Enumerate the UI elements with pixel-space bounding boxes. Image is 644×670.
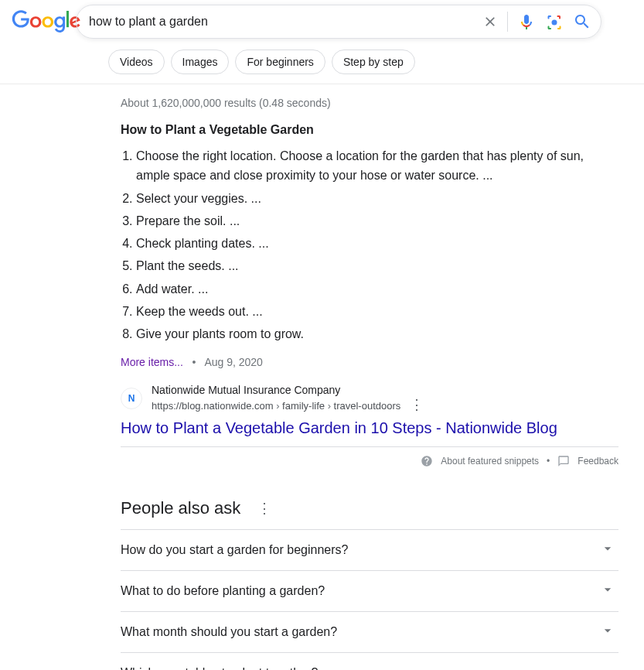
result-stats: About 1,620,000,000 results (0.48 second… <box>121 84 618 123</box>
search-input[interactable] <box>77 15 482 29</box>
source-text: Nationwide Mutual Insurance Company http… <box>152 384 424 413</box>
more-items-row: More items... • Aug 9, 2020 <box>121 345 618 384</box>
chevron-down-icon <box>600 541 615 559</box>
chevron-down-icon <box>600 582 615 600</box>
source-site-name: Nationwide Mutual Insurance Company <box>152 384 424 396</box>
filter-chip-for-beginners[interactable]: For beginners <box>235 50 325 74</box>
filter-chip-videos[interactable]: Videos <box>108 50 165 74</box>
step-item: Check planting dates. ... <box>136 232 618 255</box>
source-url: https://blog.nationwide.com › family-lif… <box>152 396 424 413</box>
results: About 1,620,000,000 results (0.48 second… <box>0 84 618 670</box>
feedback-link[interactable]: Feedback <box>578 456 618 467</box>
search-icon[interactable] <box>573 12 591 31</box>
paa-item[interactable]: What month should you start a garden? <box>121 612 618 653</box>
dot-separator: • <box>547 456 550 467</box>
more-vert-icon[interactable]: ⋮ <box>404 397 424 412</box>
feedback-icon[interactable] <box>557 455 570 467</box>
more-vert-icon[interactable]: ⋮ <box>251 500 271 517</box>
divider <box>507 12 508 32</box>
search-icons <box>482 12 601 32</box>
step-item: Plant the seeds. ... <box>136 255 618 277</box>
paa-item[interactable]: How do you start a garden for beginners? <box>121 530 618 571</box>
step-item: Keep the weeds out. ... <box>136 300 618 323</box>
step-item: Select your veggies. ... <box>136 187 618 210</box>
step-item: Choose the right location. Choose a loca… <box>136 145 618 187</box>
filter-chip-images[interactable]: Images <box>171 50 230 74</box>
clear-icon[interactable] <box>482 14 498 29</box>
people-also-ask: People also ask ⋮ How do you start a gar… <box>121 475 618 670</box>
step-item: Give your plants room to grow. <box>136 323 618 345</box>
favicon: N <box>121 388 142 409</box>
result-title-link[interactable]: How to Plant a Vegetable Garden in 10 St… <box>121 418 618 446</box>
snippet-footer: About featured snippets • Feedback <box>121 446 618 475</box>
mic-icon[interactable] <box>517 12 536 31</box>
snippet-date: Aug 9, 2020 <box>204 356 263 368</box>
filter-chips: Videos Images For beginners Step by step <box>0 39 644 84</box>
help-icon[interactable] <box>421 455 433 467</box>
paa-list: How do you start a garden for beginners?… <box>121 529 618 670</box>
about-featured-snippets-link[interactable]: About featured snippets <box>441 456 539 467</box>
chevron-down-icon <box>600 623 615 641</box>
result-source: N Nationwide Mutual Insurance Company ht… <box>121 384 618 418</box>
paa-item[interactable]: What to do before planting a garden? <box>121 571 618 612</box>
paa-item[interactable]: Which vegetables to plant together? <box>121 653 618 670</box>
search-bar <box>76 5 601 39</box>
lens-icon[interactable] <box>545 12 564 31</box>
header <box>0 0 644 39</box>
featured-snippet-steps: Choose the right location. Choose a loca… <box>121 145 618 345</box>
paa-header: People also ask ⋮ <box>121 498 618 529</box>
filter-chip-step-by-step[interactable]: Step by step <box>332 50 415 74</box>
featured-snippet-title: How to Plant a Vegetable Garden <box>121 123 618 145</box>
step-item: Add water. ... <box>136 278 618 300</box>
step-item: Prepare the soil. ... <box>136 210 618 232</box>
chevron-down-icon <box>600 664 615 670</box>
google-logo[interactable] <box>5 7 76 36</box>
paa-title: People also ask <box>121 498 240 518</box>
more-items-link[interactable]: More items... <box>121 356 183 368</box>
bullet: • <box>186 356 202 368</box>
